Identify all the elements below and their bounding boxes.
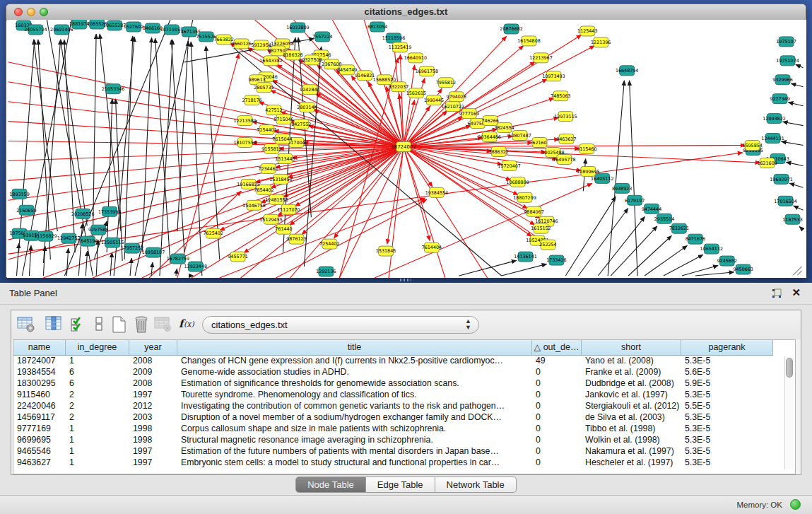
graph-node[interactable]: 15129455	[259, 214, 282, 224]
graph-node[interactable]: 20206526	[71, 209, 94, 218]
graph-node[interactable]: 9474444	[642, 204, 661, 214]
graph-node[interactable]: 9155812	[261, 144, 281, 154]
graph-node[interactable]: 9777169	[459, 109, 479, 119]
scrollbar-thumb[interactable]	[786, 358, 793, 378]
table-row[interactable]: 969969511998Structural magnetic resonanc…	[13, 435, 773, 446]
network-window-titlebar[interactable]: citations_edges.txt	[6, 4, 806, 21]
graph-node[interactable]: 9876123	[286, 234, 306, 244]
graph-node[interactable]: 12213967	[529, 53, 552, 63]
graph-node[interactable]: 1221396	[591, 37, 611, 47]
table-row[interactable]: 946362711997Embryonic stem cells: a mode…	[13, 457, 773, 469]
graph-node[interactable]: 12213589	[233, 116, 256, 126]
graph-node[interactable]: 1513445	[275, 153, 295, 163]
graph-node[interactable]: 9115460	[577, 144, 596, 154]
graph-node[interactable]: 2935514	[654, 214, 674, 223]
row-height-icon[interactable]	[88, 315, 110, 335]
table-row[interactable]: 1830029562008Estimation of significance …	[13, 378, 773, 390]
graph-node[interactable]: 9327508	[302, 55, 322, 65]
panel-divider[interactable]	[0, 278, 812, 283]
graph-node[interactable]: 10807487	[508, 131, 531, 141]
graph-node[interactable]: 1893159	[9, 189, 29, 199]
tab-node-table[interactable]: Node Table	[295, 477, 366, 493]
graph-node[interactable]: 15318451	[269, 174, 292, 184]
graph-node[interactable]: 7234461	[258, 163, 278, 173]
graph-node[interactable]: 9245652	[717, 256, 737, 266]
graph-node[interactable]: 12444131	[761, 134, 784, 144]
table-row[interactable]: 1456911722003Disruption of a novel membe…	[13, 412, 773, 424]
graph-node[interactable]: 1292136	[316, 267, 336, 276]
graph-node[interactable]: 1975107	[776, 37, 796, 47]
column-header-name[interactable]: name	[13, 340, 66, 356]
graph-node[interactable]: 1531845	[376, 246, 396, 256]
graph-node[interactable]: 17353994	[98, 206, 121, 216]
graph-node[interactable]: 7615044	[272, 134, 292, 144]
graph-node[interactable]: 9884067	[524, 206, 543, 216]
table-row[interactable]: 2242004622012Investigating the contribut…	[13, 401, 773, 412]
graph-node[interactable]: 1125443	[577, 26, 597, 36]
graph-node[interactable]: 2805731	[254, 83, 273, 93]
graph-node[interactable]: 9450663	[733, 264, 753, 274]
graph-node[interactable]: 8813054	[367, 22, 387, 32]
graph-node[interactable]: 1733426	[546, 255, 566, 265]
graph-node[interactable]: 1562615	[406, 88, 426, 98]
table-row[interactable]: 946554611997Estimation of the future num…	[13, 446, 773, 457]
column-header-in_degree[interactable]: in_degree	[66, 340, 129, 356]
graph-node[interactable]: 1615152	[531, 223, 551, 233]
table-row[interactable]: 1872400712008Changes of HCN gene express…	[13, 356, 773, 367]
column-header-short[interactable]: short	[582, 340, 681, 356]
graph-node[interactable]: 9242844	[300, 85, 319, 95]
graph-node[interactable]: 427512	[265, 105, 282, 115]
graph-node[interactable]: 20364486	[478, 132, 500, 142]
graph-node[interactable]: 746266	[482, 116, 499, 126]
column-header-pagerank[interactable]: pagerank	[681, 340, 773, 356]
graph-node[interactable]: 8427552	[291, 119, 311, 129]
graph-node[interactable]: 9146821	[355, 71, 375, 81]
graph-node[interactable]: 18107554	[233, 138, 256, 148]
graph-node[interactable]: 9455771	[228, 252, 247, 262]
network-canvas[interactable]: 1603382405572420691406188197410655281065…	[7, 20, 806, 278]
graph-node[interactable]: 15218506	[382, 33, 405, 43]
graph-node[interactable]: 3824554	[494, 123, 514, 133]
table-row[interactable]: 911546021997Tourette syndrome. Phenomeno…	[13, 390, 773, 401]
tab-edge-table[interactable]: Edge Table	[366, 477, 435, 493]
graph-node[interactable]: 252254	[539, 240, 556, 250]
graph-node[interactable]: 1645194	[78, 236, 98, 246]
graph-node[interactable]: 9660126	[231, 39, 251, 49]
graph-node[interactable]: 19751074	[776, 56, 799, 66]
graph-node[interactable]: 12942757	[57, 233, 80, 243]
graph-node[interactable]: 761440	[275, 224, 292, 234]
table-scrollbar[interactable]	[784, 356, 794, 469]
graph-node[interactable]: 9329966	[772, 75, 792, 85]
graph-node[interactable]: 12093822	[763, 114, 785, 124]
graph-node[interactable]: 9463627	[556, 134, 576, 144]
resize-grip-icon[interactable]	[794, 267, 802, 275]
memory-status-indicator[interactable]	[790, 499, 801, 510]
graph-node[interactable]: 8471676	[686, 234, 705, 244]
column-header-out_de[interactable]: △ out_de…	[532, 340, 582, 356]
table-settings-icon[interactable]	[15, 315, 36, 335]
graph-node[interactable]: 14136141	[514, 252, 536, 262]
column-header-title[interactable]: title	[177, 340, 532, 356]
graph-node[interactable]: 7557224	[312, 32, 332, 42]
tab-network-table[interactable]: Network Table	[435, 477, 517, 493]
graph-node[interactable]: 2718176	[242, 95, 261, 105]
graph-node[interactable]: 16640910	[404, 53, 427, 63]
graph-node[interactable]: 16033809	[286, 23, 309, 33]
graph-node[interactable]: 1595854	[742, 141, 762, 151]
select-rows-check-icon[interactable]	[67, 315, 88, 335]
graph-node[interactable]: 8715046	[273, 115, 293, 124]
graph-node[interactable]: 7254402	[319, 239, 339, 249]
graph-node[interactable]: 2160659	[16, 205, 36, 215]
graph-node[interactable]: 7955812	[436, 78, 456, 88]
graph-node[interactable]: 11325419	[389, 42, 411, 52]
column-header-year[interactable]: year	[129, 340, 177, 356]
select-column-icon[interactable]	[43, 315, 64, 335]
close-panel-icon[interactable]: ✕	[792, 286, 801, 299]
graph-node[interactable]: 10654112	[700, 244, 723, 254]
graph-node[interactable]: 7485063	[551, 91, 570, 101]
table-row[interactable]: 977716911998Corpus callosum shape and si…	[13, 424, 773, 435]
graph-node[interactable]: 17016504	[774, 196, 796, 206]
graph-node[interactable]: 7832621	[669, 223, 689, 233]
graph-node[interactable]: 7625402	[204, 228, 223, 238]
graph-node[interactable]: 1527602	[124, 22, 143, 32]
